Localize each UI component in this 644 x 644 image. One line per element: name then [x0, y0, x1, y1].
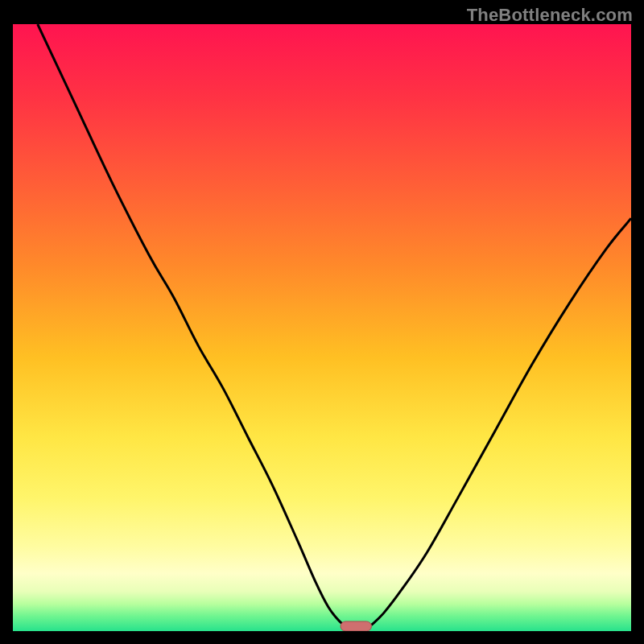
gradient-background [13, 24, 631, 631]
bottleneck-chart [13, 24, 631, 631]
minimum-marker [341, 621, 371, 631]
watermark-text: TheBottleneck.com [467, 5, 633, 26]
plot-frame [13, 24, 631, 631]
chart-container: TheBottleneck.com [0, 0, 644, 644]
